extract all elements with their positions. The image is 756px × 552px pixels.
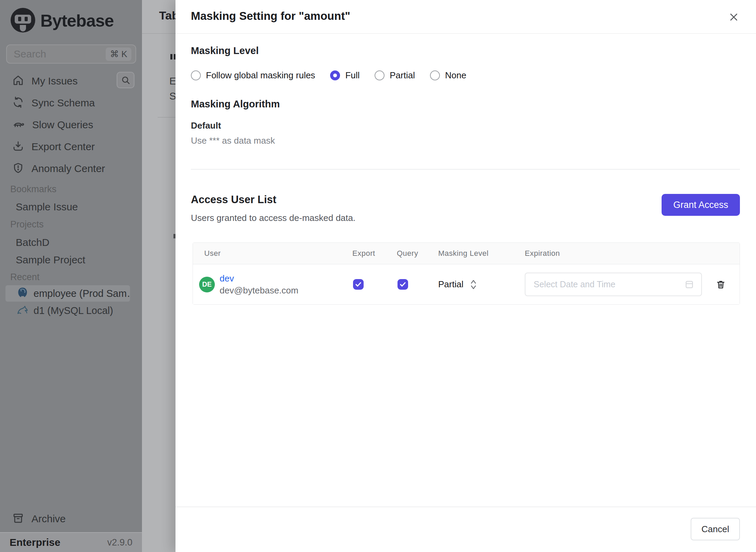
delete-user-button[interactable] — [716, 279, 726, 290]
column-header-user: User — [193, 249, 352, 258]
sidebar-item-label: Slow Queries — [32, 119, 93, 131]
user-name-link[interactable]: dev — [220, 273, 298, 284]
query-checkbox[interactable] — [397, 279, 408, 290]
sidebar-item-archive[interactable]: Archive — [0, 510, 142, 528]
sidebar-footer: Enterprise v2.9.0 — [0, 532, 142, 552]
masking-level-select[interactable]: Partial — [438, 279, 525, 290]
modal-header-divider — [175, 33, 756, 34]
cancel-button[interactable]: Cancel — [691, 518, 740, 540]
postgresql-icon — [16, 287, 29, 300]
sidebar-item-label: d1 (MySQL Local) — [34, 305, 113, 316]
expiration-cell: Select Date and Time — [525, 273, 740, 296]
table-header-row: User Export Query Masking Level Expirati… — [193, 243, 740, 264]
background-page-strip: Tab E S — [142, 0, 175, 552]
section-header-recent: Recent — [10, 272, 40, 282]
sidebar-item-label: Sync Schema — [31, 97, 95, 109]
table-row: DE dev dev@bytebase.com — [193, 264, 740, 304]
column-header-expiration: Expiration — [525, 249, 740, 258]
radio-follow-global[interactable]: Follow global masking rules — [191, 70, 315, 81]
chevron-up-down-icon — [470, 279, 477, 290]
sidebar: Bytebase Search ⌘ K My Issues — [0, 0, 142, 552]
date-placeholder: Select Date and Time — [534, 279, 684, 289]
background-divider — [142, 33, 175, 34]
export-checkbox[interactable] — [353, 279, 364, 290]
expiration-date-input[interactable]: Select Date and Time — [525, 273, 702, 296]
column-header-query: Query — [397, 249, 438, 258]
radio-partial[interactable]: Partial — [375, 70, 415, 81]
sidebar-search-input[interactable]: Search ⌘ K — [6, 44, 136, 64]
sidebar-item-sample-issue[interactable]: Sample Issue — [16, 201, 78, 213]
section-header-bookmarks: Bookmarks — [10, 184, 56, 195]
background-label-fragment-s: S — [169, 90, 175, 102]
home-icon — [12, 75, 24, 88]
user-cell: DE dev dev@bytebase.com — [193, 273, 352, 296]
section-header-projects: Projects — [10, 219, 44, 230]
radio-circle[interactable] — [430, 70, 440, 80]
sidebar-item-slow-queries[interactable]: Slow Queries — [0, 116, 142, 134]
calendar-icon — [684, 279, 694, 290]
access-user-list-subheading: Users granted to access de-masked data. — [191, 213, 355, 223]
radio-circle[interactable] — [191, 70, 201, 80]
radio-circle[interactable] — [375, 70, 384, 80]
masking-level-heading: Masking Level — [191, 45, 259, 56]
column-header-masking-level: Masking Level — [438, 249, 525, 258]
search-shortcut-badge: ⌘ K — [106, 48, 131, 61]
archive-icon — [12, 512, 24, 525]
algorithm-name: Default — [191, 120, 221, 131]
app-root: Bytebase Search ⌘ K My Issues — [0, 0, 756, 552]
bytebase-logo[interactable]: Bytebase — [10, 8, 114, 34]
avatar: DE — [199, 277, 215, 292]
query-cell — [397, 279, 438, 290]
quick-search-button[interactable] — [117, 72, 134, 88]
sidebar-item-export-center[interactable]: Export Center — [0, 137, 142, 156]
close-icon[interactable] — [727, 10, 741, 24]
background-label-fragment-e: E — [169, 75, 175, 87]
mysql-icon — [16, 304, 29, 317]
column-header-export: Export — [352, 249, 397, 258]
check-icon — [399, 281, 406, 288]
sidebar-item-label: My Issues — [31, 75, 78, 87]
modal-footer-divider — [175, 507, 756, 507]
trash-icon — [716, 279, 726, 290]
background-divider — [158, 117, 175, 118]
plan-label: Enterprise — [10, 537, 60, 548]
sidebar-item-label: employee (Prod Sam… — [34, 288, 130, 299]
sidebar-item-sync-schema[interactable]: Sync Schema — [0, 94, 142, 112]
sidebar-item-label: Archive — [31, 513, 66, 525]
background-page-title-fragment: Tab — [159, 9, 175, 22]
sidebar-item-anomaly-center[interactable]: Anomaly Center — [0, 159, 142, 178]
radio-none[interactable]: None — [430, 70, 466, 81]
shield-alert-icon — [12, 162, 24, 175]
search-icon — [121, 75, 130, 85]
download-icon — [12, 140, 24, 153]
sidebar-item-employee-db[interactable]: employee (Prod Sam… — [5, 285, 130, 302]
user-email: dev@bytebase.com — [220, 285, 298, 296]
turtle-icon — [12, 118, 25, 131]
bytebase-logo-text: Bytebase — [40, 11, 114, 31]
radio-full[interactable]: Full — [330, 70, 360, 81]
bytebase-logo-icon — [10, 8, 36, 34]
section-divider — [191, 169, 740, 170]
grant-access-button[interactable]: Grant Access — [662, 194, 740, 216]
masking-level-value: Partial — [438, 279, 464, 290]
masking-algorithm-heading: Masking Algorithm — [191, 98, 280, 110]
sidebar-item-label: Export Center — [31, 141, 95, 153]
algorithm-description: Use *** as data mask — [191, 135, 275, 146]
sidebar-item-batchd[interactable]: BatchD — [16, 237, 49, 248]
sidebar-item-sample-project[interactable]: Sample Project — [16, 254, 85, 266]
masking-level-radio-group: Follow global masking rules Full Partial… — [191, 70, 466, 81]
sidebar-item-d1-db[interactable]: d1 (MySQL Local) — [5, 302, 130, 319]
modal-title: Masking Setting for "amount" — [191, 10, 350, 23]
radio-label: Partial — [390, 70, 415, 81]
sidebar-item-label: Anomaly Center — [31, 163, 105, 174]
radio-label: Follow global masking rules — [206, 70, 315, 81]
access-user-list-heading: Access User List — [191, 194, 276, 206]
masking-setting-modal: Masking Setting for "amount" Masking Lev… — [175, 0, 756, 552]
export-cell — [352, 279, 397, 290]
radio-label: Full — [345, 70, 360, 81]
radio-circle-selected[interactable] — [330, 70, 340, 80]
access-user-table: User Export Query Masking Level Expirati… — [193, 242, 740, 305]
search-placeholder: Search — [14, 48, 106, 60]
sync-icon — [12, 96, 24, 109]
check-icon — [355, 281, 362, 288]
